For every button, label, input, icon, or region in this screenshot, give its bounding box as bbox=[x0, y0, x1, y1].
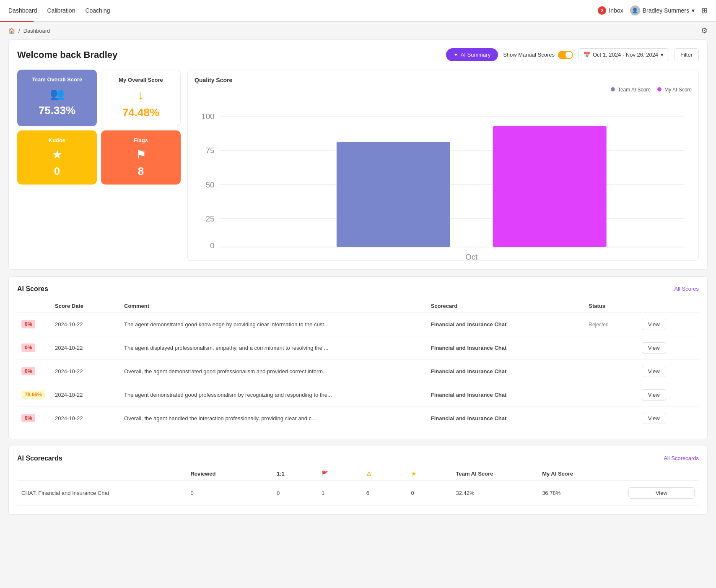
ai-summary-label: AI Summary bbox=[461, 52, 491, 58]
status-cell: Rejected bbox=[584, 312, 637, 336]
ai-summary-button[interactable]: ✦ AI Summary bbox=[446, 48, 498, 61]
score-badge: 0% bbox=[21, 320, 35, 328]
view-button[interactable]: View bbox=[642, 389, 666, 401]
scorecard-view-button[interactable]: View bbox=[628, 487, 695, 499]
nav-coaching[interactable]: Coaching bbox=[85, 0, 110, 21]
scorecard-cell: Financial and Insurance Chat bbox=[427, 336, 585, 359]
kudos-title: Kudos bbox=[24, 137, 90, 143]
team-overall-icon: 👥 bbox=[24, 87, 90, 101]
th-scorecard: Scorecard bbox=[427, 299, 585, 313]
filter-button[interactable]: Filter bbox=[674, 48, 699, 61]
svg-text:100: 100 bbox=[201, 112, 214, 121]
sc-col-team-ai: Team AI Score bbox=[456, 471, 539, 477]
team-legend-dot bbox=[611, 87, 615, 91]
legend-my-label: My AI Score bbox=[664, 87, 692, 93]
sc-col-1on1: 1:1 bbox=[277, 471, 318, 477]
legend-team-label: Team AI Score bbox=[618, 87, 651, 93]
nav-dashboard[interactable]: Dashboard bbox=[8, 0, 37, 21]
chart-title: Quality Score bbox=[195, 77, 692, 83]
score-cards-column: Team Overall Score 👥 75.33% My Overall S… bbox=[17, 70, 181, 261]
flags-title: Flags bbox=[108, 137, 174, 143]
kudos-icon: ★ bbox=[24, 148, 90, 161]
all-scorecards-link[interactable]: All Scorecards bbox=[664, 455, 699, 461]
sc-col-star-icon: ★ bbox=[411, 471, 453, 477]
table-row: 0% 2024-10-22 Overall, the agent demonst… bbox=[17, 359, 699, 383]
scorecards-rows: CHAT: Financial and Insurance Chat 0 0 1… bbox=[17, 481, 699, 506]
action-cell: View bbox=[638, 359, 699, 383]
manual-scores-label: Show Manual Scores bbox=[503, 52, 555, 58]
comment-cell: The agent demonstrated good knowledge by… bbox=[120, 312, 427, 336]
table-row: 0% 2024-10-22 The agent displayed profes… bbox=[17, 336, 699, 359]
calendar-icon: 📅 bbox=[584, 52, 590, 58]
user-name: Bradley Summers bbox=[643, 7, 689, 14]
flags-value: 8 bbox=[108, 165, 174, 178]
scorecard-warnings: 6 bbox=[366, 490, 408, 496]
view-button[interactable]: View bbox=[642, 413, 666, 424]
my-overall-title: My Overall Score bbox=[119, 77, 163, 83]
score-badge: 0% bbox=[21, 414, 35, 422]
my-legend-dot bbox=[657, 87, 662, 91]
user-menu-button[interactable]: 👤 Bradley Summers ▾ bbox=[630, 5, 695, 16]
scorecard-cell: Financial and Insurance Chat bbox=[427, 406, 585, 430]
top-navigation: Dashboard Calibration Coaching 2 Inbox 👤… bbox=[0, 0, 716, 22]
all-scores-link[interactable]: All Scores bbox=[674, 286, 699, 292]
action-cell: View bbox=[638, 312, 699, 336]
svg-text:0: 0 bbox=[210, 241, 214, 250]
score-cell: 0% bbox=[17, 406, 51, 430]
bottom-score-cards: Kudos ★ 0 Flags ⚑ 8 bbox=[17, 130, 181, 185]
grid-layout-icon[interactable]: ⊞ bbox=[701, 6, 708, 15]
scorecard-cell: Financial and Insurance Chat bbox=[427, 383, 585, 406]
score-badge: 0% bbox=[21, 367, 35, 375]
welcome-content: Team Overall Score 👥 75.33% My Overall S… bbox=[17, 70, 699, 261]
breadcrumb: 🏠 / Dashboard bbox=[8, 28, 50, 34]
nav-links: Dashboard Calibration Coaching bbox=[8, 0, 110, 21]
view-button[interactable]: View bbox=[642, 342, 666, 354]
breadcrumb-bar: 🏠 / Dashboard ⚙ bbox=[0, 22, 716, 39]
status-cell bbox=[584, 336, 637, 359]
kudos-card: Kudos ★ 0 bbox=[17, 130, 97, 185]
th-score-date: Score Date bbox=[51, 299, 120, 313]
nav-calibration[interactable]: Calibration bbox=[47, 0, 75, 21]
manual-scores-switch[interactable] bbox=[558, 51, 573, 59]
score-cell: 0% bbox=[17, 336, 51, 359]
kudos-value: 0 bbox=[24, 165, 90, 178]
score-badge: 0% bbox=[21, 343, 35, 352]
status-cell bbox=[584, 383, 637, 406]
comment-cell: The agent demonstrated good professional… bbox=[120, 383, 427, 406]
sc-col-warn-icon: ⚠ bbox=[366, 471, 408, 477]
my-overall-icon: ↓ bbox=[137, 87, 144, 103]
view-button[interactable]: View bbox=[642, 319, 666, 330]
home-icon[interactable]: 🏠 bbox=[8, 28, 15, 34]
date-range-button[interactable]: 📅 Oct 1, 2024 - Nov 26, 2024 ▾ bbox=[578, 48, 669, 61]
chevron-down-icon: ▾ bbox=[692, 7, 695, 14]
sc-col-my-ai: My AI Score bbox=[542, 471, 625, 477]
scorecards-header-row: Reviewed 1:1 🚩 ⚠ ★ Team AI Score My AI S… bbox=[17, 467, 699, 481]
welcome-title: Welcome back Bradley bbox=[17, 49, 117, 60]
svg-text:25: 25 bbox=[206, 214, 215, 223]
legend-team: Team AI Score bbox=[611, 87, 651, 93]
team-overall-title: Team Overall Score bbox=[24, 76, 90, 83]
scorecard-cell: Financial and Insurance Chat bbox=[427, 359, 585, 383]
svg-text:75: 75 bbox=[206, 146, 215, 155]
breadcrumb-current: Dashboard bbox=[23, 28, 50, 34]
scorecard-row: CHAT: Financial and Insurance Chat 0 0 1… bbox=[17, 481, 699, 506]
team-overall-card: Team Overall Score 👥 75.33% bbox=[17, 70, 97, 126]
welcome-card: Welcome back Bradley ✦ AI Summary Show M… bbox=[8, 39, 708, 270]
ai-scorecards-section: AI Scorecards All Scorecards Reviewed 1:… bbox=[8, 446, 708, 515]
date-cell: 2024-10-22 bbox=[51, 406, 120, 430]
th-score bbox=[17, 299, 51, 313]
score-cell: 0% bbox=[17, 359, 51, 383]
settings-gear-icon[interactable]: ⚙ bbox=[701, 26, 708, 35]
inbox-badge: 2 bbox=[598, 6, 606, 15]
flags-card: Flags ⚑ 8 bbox=[101, 130, 181, 185]
view-button[interactable]: View bbox=[642, 366, 666, 377]
welcome-header: Welcome back Bradley ✦ AI Summary Show M… bbox=[17, 48, 699, 61]
date-cell: 2024-10-22 bbox=[51, 359, 120, 383]
date-range-label: Oct 1, 2024 - Nov 26, 2024 bbox=[593, 52, 658, 58]
ai-scores-section: AI Scores All Scores Score Date Comment … bbox=[8, 276, 708, 439]
inbox-button[interactable]: 2 Inbox bbox=[598, 6, 623, 15]
th-status: Status bbox=[584, 299, 637, 313]
legend-my: My AI Score bbox=[657, 87, 692, 93]
action-cell: View bbox=[638, 383, 699, 406]
score-cell: 79.66% bbox=[17, 383, 51, 406]
